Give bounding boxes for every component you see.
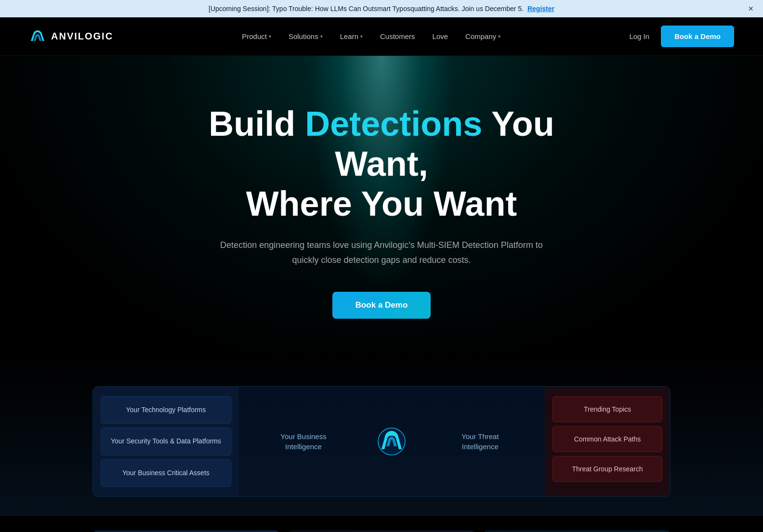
chevron-down-icon: ▾	[498, 34, 500, 39]
right-panel: Trending Topics Common Attack Paths Thre…	[545, 387, 670, 497]
left-item-security-tools[interactable]: Your Security Tools & Data Platforms	[101, 428, 231, 455]
chevron-down-icon: ▾	[360, 34, 363, 39]
hero-subtitle: Detection engineering teams love using A…	[218, 238, 545, 267]
announcement-bar: [Upcoming Session]: Typo Trouble: How LL…	[0, 0, 763, 17]
right-item-attack-paths[interactable]: Common Attack Paths	[553, 426, 662, 452]
login-button[interactable]: Log In	[629, 32, 649, 40]
nav-item-love[interactable]: Love	[433, 32, 448, 40]
announcement-cta[interactable]: Register	[527, 5, 554, 13]
main-nav: ANVILOGIC Product▾ Solutions▾ Learn▾ Cus…	[0, 17, 763, 56]
center-panel: Your Business Intelligence Your Threat I…	[239, 387, 545, 497]
announcement-text: [Upcoming Session]: Typo Trouble: How LL…	[209, 5, 524, 13]
nav-item-product[interactable]: Product▾	[242, 32, 271, 40]
hero-title: Build Detections You Want, Where You Wan…	[165, 104, 598, 223]
bottom-section: Low-code Detection Builder (SPL, KQL, SQ…	[0, 516, 763, 532]
nav-item-customers[interactable]: Customers	[380, 32, 415, 40]
right-item-threat-group[interactable]: Threat Group Research	[553, 456, 662, 482]
hero-title-line2: Where You Want	[246, 184, 517, 223]
platform-section: Your Technology Platforms Your Security …	[0, 357, 763, 517]
book-demo-hero-button[interactable]: Book a Demo	[332, 292, 431, 319]
center-threat-intelligence-label: Your Threat Intelligence	[451, 431, 509, 452]
book-demo-nav-button[interactable]: Book a Demo	[661, 26, 734, 47]
left-item-technology[interactable]: Your Technology Platforms	[101, 396, 231, 424]
logo-icon	[29, 29, 46, 44]
anvilogic-center-icon	[375, 427, 408, 456]
left-item-business-assets[interactable]: Your Business Critical Assets	[101, 459, 231, 487]
center-logo	[375, 427, 408, 456]
announcement-close-button[interactable]: ×	[748, 4, 753, 14]
logo[interactable]: ANVILOGIC	[29, 29, 113, 44]
hero-title-part1: Build	[209, 104, 305, 143]
platform-diagram: Your Technology Platforms Your Security …	[92, 386, 671, 497]
right-item-trending[interactable]: Trending Topics	[553, 396, 662, 422]
nav-item-solutions[interactable]: Solutions▾	[289, 32, 323, 40]
nav-item-company[interactable]: Company▾	[465, 32, 500, 40]
center-business-intelligence-label: Your Business Intelligence	[275, 431, 332, 452]
hero-title-accent: Detections	[305, 104, 482, 143]
left-panel: Your Technology Platforms Your Security …	[93, 387, 239, 497]
nav-links: Product▾ Solutions▾ Learn▾ Customers Lov…	[242, 32, 500, 40]
nav-right: Log In Book a Demo	[629, 26, 734, 47]
logo-text: ANVILOGIC	[51, 31, 113, 42]
chevron-down-icon: ▾	[320, 34, 323, 39]
hero-section: Build Detections You Want, Where You Wan…	[0, 56, 763, 357]
nav-item-learn[interactable]: Learn▾	[340, 32, 363, 40]
chevron-down-icon: ▾	[269, 34, 271, 39]
